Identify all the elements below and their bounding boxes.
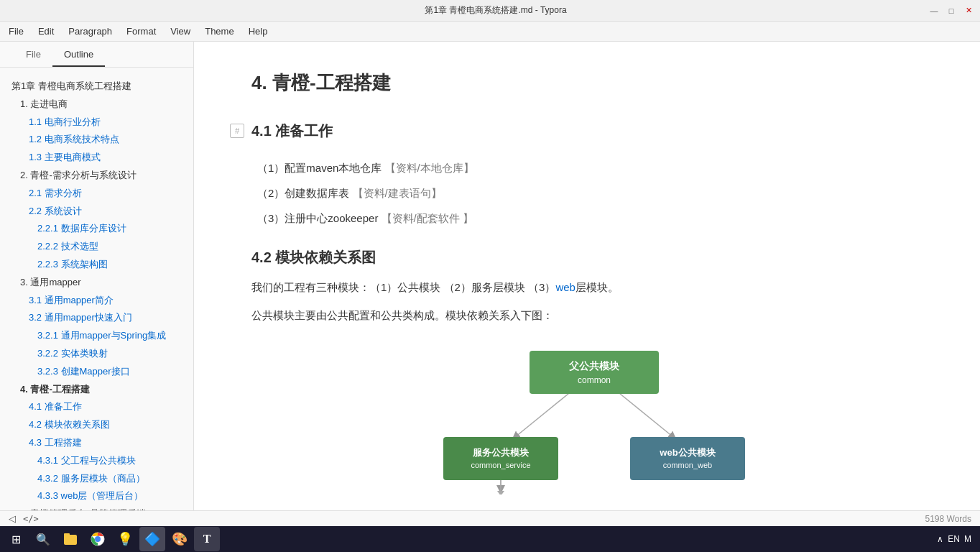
maximize-button[interactable]: □ [946, 5, 957, 17]
word-count: 5198 Words [925, 514, 971, 524]
outline-item-root[interactable]: 第1章 青橙电商系统工程搭建 [0, 75, 193, 96]
outline-item-2-2-1[interactable]: 2.2.1 数据库分库设计 [0, 220, 193, 238]
list-item-1: （1）配置maven本地仓库 【资料/本地仓库】 [251, 158, 937, 178]
heading-4-2: 4.2 模块依赖关系图 [251, 248, 937, 267]
taskbar-time[interactable]: M [964, 534, 971, 544]
titlebar: 第1章 青橙电商系统搭建.md - Typora — □ ✕ [0, 0, 980, 22]
svg-text:服务公共模块: 服务公共模块 [472, 447, 530, 458]
heading-4-1: 4.1 准备工作 [251, 121, 937, 144]
outline-item-4-3[interactable]: 4.3 工程搭建 [0, 434, 193, 452]
outline-item-2[interactable]: 2. 青橙-需求分析与系统设计 [0, 167, 193, 185]
taskbar-tray-up[interactable]: ∧ [937, 534, 943, 544]
editor-toolbar-bottom: ◁ </> 5198 Words [0, 510, 980, 526]
titlebar-controls: — □ ✕ [928, 5, 974, 17]
list-item-2: （2）创建数据库表 【资料/建表语句】 [251, 183, 937, 203]
outline-item-2-2-2[interactable]: 2.2.2 技术选型 [0, 238, 193, 256]
outline-item-1-3[interactable]: 1.3 主要电商模式 [0, 149, 193, 167]
svg-text:common_service: common_service [471, 461, 530, 469]
svg-rect-14 [64, 535, 77, 545]
sidebar-tabs: File Outline [0, 42, 193, 68]
svg-rect-6 [443, 437, 558, 480]
main-content: 4. 青橙-工程搭建 # 4.1 准备工作 （1）配置maven本地仓库 【资料… [194, 42, 980, 510]
list-item-3: （3）注册中心zookeeper 【资料/配套软件 】 [251, 208, 937, 228]
outline-item-4-3-1[interactable]: 4.3.1 父工程与公共模块 [0, 452, 193, 470]
outline-item-4-3-3[interactable]: 4.3.3 web层（管理后台） [0, 487, 193, 505]
outline-item-3-2[interactable]: 3.2 通用mapper快速入门 [0, 309, 193, 327]
outline-item-1-1[interactable]: 1.1 电商行业分析 [0, 114, 193, 132]
taskbar-right: ∧ EN M [937, 534, 977, 544]
outline-item-5[interactable]: 5. 青橙管理后台-品牌管理后端 [0, 505, 193, 510]
para-2: 公共模块主要由公共配置和公共类构成。模块依赖关系入下图： [251, 305, 937, 325]
titlebar-title: 第1章 青橙电商系统搭建.md - Typora [63, 4, 928, 17]
menu-view[interactable]: View [165, 24, 196, 39]
menu-file[interactable]: File [3, 24, 29, 39]
html-btn[interactable]: </> [23, 514, 39, 524]
module-diagram: 父公共模块 common 服务公共模块 common_service web公共… [251, 336, 937, 497]
taskbar-chrome[interactable] [85, 527, 111, 551]
close-button[interactable]: ✕ [963, 5, 974, 17]
taskbar-typora[interactable]: T [194, 527, 220, 551]
outline-item-3[interactable]: 3. 通用mapper [0, 274, 193, 292]
outline-item-1[interactable]: 1. 走进电商 [0, 96, 193, 114]
outline-item-3-2-3[interactable]: 3.2.3 创建Mapper接口 [0, 363, 193, 381]
outline-item-3-2-2[interactable]: 3.2.2 实体类映射 [0, 345, 193, 363]
menu-format[interactable]: Format [121, 24, 162, 39]
section-4-1: # 4.1 准备工作 [251, 121, 937, 144]
anchor-icon-4-1: # [230, 124, 244, 138]
outline-item-1-2[interactable]: 1.2 电商系统技术特点 [0, 131, 193, 149]
taskbar-fileexplorer[interactable] [57, 527, 83, 551]
para-1: 我们的工程有三种模块：（1）公共模块 （2）服务层模块 （3）web层模块。 [251, 277, 937, 297]
svg-text:common: common [578, 375, 611, 385]
tab-outline[interactable]: Outline [52, 42, 105, 67]
section-4-2: 4.2 模块依赖关系图 [251, 248, 937, 267]
outline-item-4[interactable]: 4. 青橙-工程搭建 [0, 381, 193, 399]
outline-item-4-2[interactable]: 4.2 模块依赖关系图 [0, 416, 193, 434]
svg-line-0 [515, 390, 573, 437]
tab-file[interactable]: File [14, 42, 52, 67]
outline-item-4-1[interactable]: 4.1 准备工作 [0, 398, 193, 416]
prev-btn[interactable]: ◁ [9, 513, 16, 524]
taskbar-app2[interactable]: 🔷 [139, 527, 165, 551]
outline-item-3-1[interactable]: 3.1 通用mapper简介 [0, 292, 193, 310]
menubar: File Edit Paragraph Format View Theme He… [0, 22, 980, 42]
sidebar-outline: 第1章 青橙电商系统工程搭建 1. 走进电商 1.1 电商行业分析 1.2 电商… [0, 68, 193, 510]
menu-paragraph[interactable]: Paragraph [63, 24, 118, 39]
svg-marker-13 [497, 491, 504, 494]
svg-rect-3 [530, 351, 659, 394]
taskbar-app1[interactable]: 💡 [112, 527, 138, 551]
svg-text:web公共模块: web公共模块 [659, 447, 716, 458]
doc-title: 4. 青橙-工程搭建 [251, 70, 937, 101]
sidebar: File Outline 第1章 青橙电商系统工程搭建 1. 走进电商 1.1 … [0, 42, 194, 510]
svg-text:父公共模块: 父公共模块 [568, 360, 620, 372]
minimize-button[interactable]: — [928, 5, 940, 17]
start-button[interactable]: ⊞ [3, 527, 29, 551]
svg-rect-9 [630, 437, 745, 480]
outline-item-4-3-2[interactable]: 4.3.2 服务层模块（商品） [0, 470, 193, 488]
taskbar-search[interactable]: 🔍 [30, 527, 56, 551]
taskbar-app3[interactable]: 🎨 [167, 527, 193, 551]
svg-line-1 [616, 390, 673, 437]
outline-item-2-2[interactable]: 2.2 系统设计 [0, 203, 193, 221]
taskbar: ⊞ 🔍 💡 🔷 🎨 T ∧ EN M [0, 526, 980, 552]
outline-item-2-2-3[interactable]: 2.2.3 系统架构图 [0, 256, 193, 274]
taskbar-keyboard[interactable]: EN [948, 534, 960, 544]
outline-item-3-2-1[interactable]: 3.2.1 通用mapper与Spring集成 [0, 327, 193, 345]
outline-item-2-1[interactable]: 2.1 需求分析 [0, 185, 193, 203]
menu-help[interactable]: Help [243, 24, 274, 39]
app-layout: File Outline 第1章 青橙电商系统工程搭建 1. 走进电商 1.1 … [0, 42, 980, 510]
svg-rect-15 [64, 533, 70, 536]
svg-point-17 [95, 536, 101, 542]
svg-text:common_web: common_web [663, 461, 712, 469]
menu-edit[interactable]: Edit [32, 24, 60, 39]
menu-theme[interactable]: Theme [199, 24, 239, 39]
